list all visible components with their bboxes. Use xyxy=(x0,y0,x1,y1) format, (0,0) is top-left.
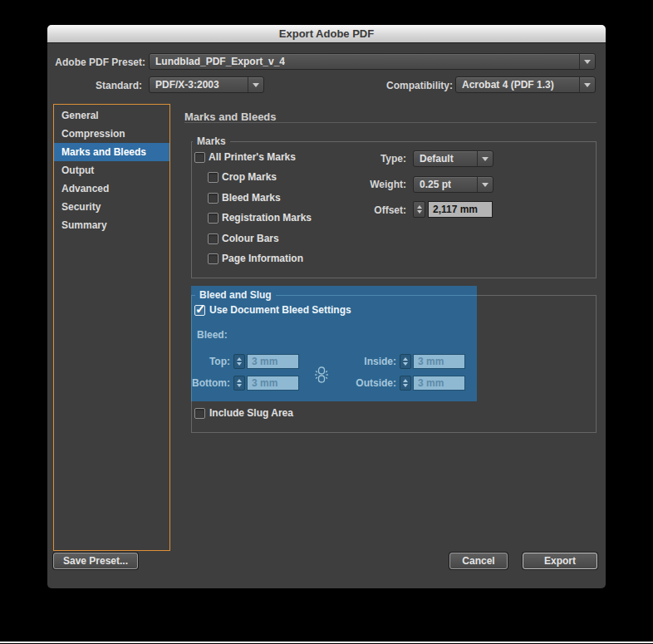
standard-label: Standard: xyxy=(47,80,142,91)
chevron-down-icon xyxy=(579,54,595,69)
chevron-down-icon xyxy=(579,77,595,92)
crop-marks-label: Crop Marks xyxy=(222,172,277,183)
compatibility-label: Compatibility: xyxy=(330,80,453,91)
bleed-marks-checkbox[interactable] xyxy=(208,193,218,204)
sidebar-item-summary[interactable]: Summary xyxy=(54,216,169,234)
export-adobe-pdf-dialog: Export Adobe PDF Adobe PDF Preset: Lundb… xyxy=(47,25,606,588)
use-document-bleed-checkbox[interactable] xyxy=(194,305,205,316)
screenshot-stage: Export Adobe PDF Adobe PDF Preset: Lundb… xyxy=(0,0,653,644)
dialog-title-bar: Export Adobe PDF xyxy=(47,25,606,43)
bleed-top-field[interactable] xyxy=(247,354,299,369)
link-broken-icon[interactable] xyxy=(314,366,329,384)
include-slug-area-label: Include Slug Area xyxy=(209,408,293,419)
sidebar-item-security[interactable]: Security xyxy=(54,198,169,216)
include-slug-area-checkbox[interactable] xyxy=(194,408,205,419)
bleed-bottom-stepper[interactable] xyxy=(233,376,245,391)
bleed-label: Bleed: xyxy=(197,329,228,341)
cancel-button[interactable]: Cancel xyxy=(449,553,508,569)
sidebar-item-marks-and-bleeds[interactable]: Marks and Bleeds xyxy=(54,143,169,161)
registration-marks-label: Registration Marks xyxy=(222,213,312,224)
pdf-preset-dropdown[interactable]: Lundblad_PDF_Export_v_4 xyxy=(149,53,596,70)
chevron-down-icon xyxy=(248,77,263,92)
offset-stepper[interactable] xyxy=(413,201,425,218)
page-information-label: Page Information xyxy=(222,253,303,264)
marks-group-legend: Marks xyxy=(193,135,230,147)
save-preset-button[interactable]: Save Preset... xyxy=(53,553,138,569)
pdf-preset-label: Adobe PDF Preset: xyxy=(47,57,145,68)
bleed-outside-field[interactable] xyxy=(413,376,465,391)
compatibility-value: Acrobat 4 (PDF 1.3) xyxy=(462,79,554,91)
bleed-bottom-label: Bottom: xyxy=(147,377,230,389)
bleed-bottom-field[interactable] xyxy=(247,376,299,391)
bottom-edge-line xyxy=(0,642,653,643)
bleed-top-label: Top: xyxy=(147,356,230,367)
bleed-and-slug-legend: Bleed and Slug xyxy=(195,289,276,301)
compatibility-dropdown[interactable]: Acrobat 4 (PDF 1.3) xyxy=(455,76,596,93)
sidebar-item-general[interactable]: General xyxy=(54,106,169,125)
all-printers-marks-label: All Printer's Marks xyxy=(209,152,296,163)
dialog-title: Export Adobe PDF xyxy=(279,27,374,40)
heading-separator xyxy=(184,122,597,123)
colour-bars-label: Colour Bars xyxy=(222,234,279,244)
offset-input[interactable] xyxy=(428,201,493,218)
standard-value: PDF/X-3:2003 xyxy=(155,79,219,91)
bleed-marks-label: Bleed Marks xyxy=(222,193,281,204)
sidebar-item-compression[interactable]: Compression xyxy=(54,125,169,143)
bleed-top-stepper[interactable] xyxy=(233,354,245,369)
registration-marks-checkbox[interactable] xyxy=(208,213,218,224)
bleed-inside-field[interactable] xyxy=(413,354,465,369)
sidebar-item-advanced[interactable]: Advanced xyxy=(54,179,169,198)
use-document-bleed-label: Use Document Bleed Settings xyxy=(209,305,351,316)
export-button[interactable]: Export xyxy=(523,553,597,569)
crop-marks-checkbox[interactable] xyxy=(208,172,218,183)
colour-bars-checkbox[interactable] xyxy=(208,234,218,244)
page-title: Marks and Bleeds xyxy=(184,111,277,123)
sidebar-item-output[interactable]: Output xyxy=(54,161,169,179)
bleed-outside-stepper[interactable] xyxy=(400,376,411,391)
standard-dropdown[interactable]: PDF/X-3:2003 xyxy=(149,76,264,93)
all-printers-marks-checkbox[interactable] xyxy=(194,152,205,163)
settings-nav: General Compression Marks and Bleeds Out… xyxy=(53,104,170,551)
bleed-inside-stepper[interactable] xyxy=(400,354,411,369)
pdf-preset-value: Lundblad_PDF_Export_v_4 xyxy=(155,56,285,67)
page-information-checkbox[interactable] xyxy=(208,253,218,264)
